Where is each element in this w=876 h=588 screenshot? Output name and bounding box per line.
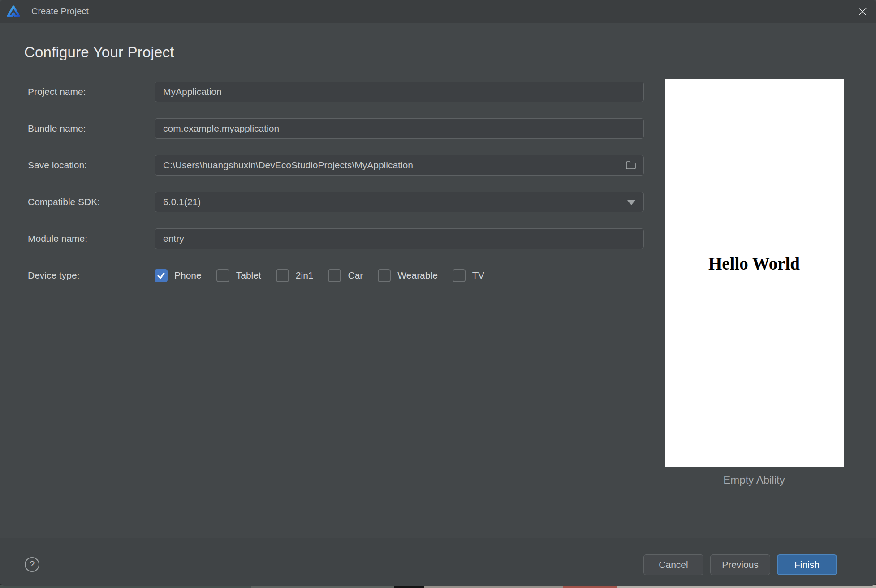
- folder-icon[interactable]: [625, 160, 637, 171]
- wearable-checkbox[interactable]: [378, 269, 391, 282]
- compatible-sdk-row: Compatible SDK: 6.0.1(21): [28, 192, 644, 212]
- compatible-sdk-value: 6.0.1(21): [163, 197, 201, 207]
- device-option-car[interactable]: Car: [328, 269, 363, 282]
- device-option-tablet[interactable]: Tablet: [216, 269, 261, 282]
- 2in1-checkbox[interactable]: [276, 269, 289, 282]
- project-name-label: Project name:: [28, 86, 155, 97]
- preview-hello-world-text: Hello World: [665, 253, 844, 274]
- device-type-row: Device type: Phone Tablet: [28, 265, 644, 286]
- module-name-input[interactable]: [155, 228, 644, 249]
- device-option-tv[interactable]: TV: [453, 269, 484, 282]
- project-form: Project name: Bundle name: Save location…: [28, 82, 644, 302]
- 2in1-label: 2in1: [296, 270, 314, 281]
- module-name-row: Module name:: [28, 228, 644, 249]
- save-location-label: Save location:: [28, 160, 155, 171]
- save-location-input[interactable]: [155, 155, 644, 176]
- template-preview: Hello World: [665, 79, 844, 467]
- create-project-dialog: Create Project Configure Your Project Pr…: [0, 0, 876, 586]
- device-option-wearable[interactable]: Wearable: [378, 269, 438, 282]
- module-name-label: Module name:: [28, 233, 155, 244]
- template-caption: Empty Ability: [665, 474, 844, 486]
- tablet-label: Tablet: [236, 270, 261, 281]
- device-option-phone[interactable]: Phone: [155, 269, 202, 282]
- chevron-down-icon: [627, 200, 635, 205]
- bundle-name-input[interactable]: [155, 118, 644, 139]
- bundle-name-row: Bundle name:: [28, 118, 644, 139]
- deveco-studio-logo-icon: [6, 4, 21, 19]
- window-title: Create Project: [31, 6, 89, 17]
- device-type-label: Device type:: [28, 270, 155, 281]
- project-name-input[interactable]: [155, 82, 644, 102]
- compatible-sdk-label: Compatible SDK:: [28, 197, 155, 207]
- device-option-2in1[interactable]: 2in1: [276, 269, 314, 282]
- car-checkbox[interactable]: [328, 269, 341, 282]
- tablet-checkbox[interactable]: [216, 269, 229, 282]
- phone-checkbox[interactable]: [155, 269, 168, 282]
- bundle-name-label: Bundle name:: [28, 123, 155, 134]
- phone-label: Phone: [174, 270, 202, 281]
- dialog-footer: ? Cancel Previous Finish: [0, 538, 876, 586]
- tv-label: TV: [472, 270, 484, 281]
- wearable-label: Wearable: [397, 270, 438, 281]
- title-bar: Create Project: [0, 0, 876, 23]
- footer-buttons: Cancel Previous Finish: [643, 554, 837, 575]
- device-type-options: Phone Tablet 2in1: [155, 269, 499, 282]
- save-location-row: Save location:: [28, 155, 644, 176]
- previous-button[interactable]: Previous: [710, 554, 770, 575]
- cancel-button[interactable]: Cancel: [643, 554, 703, 575]
- car-label: Car: [348, 270, 363, 281]
- compatible-sdk-select[interactable]: 6.0.1(21): [155, 192, 644, 212]
- page-title: Configure Your Project: [24, 44, 174, 61]
- help-icon[interactable]: ?: [25, 557, 39, 572]
- project-name-row: Project name:: [28, 82, 644, 102]
- tv-checkbox[interactable]: [453, 269, 466, 282]
- close-icon[interactable]: [855, 4, 870, 19]
- finish-button[interactable]: Finish: [777, 554, 837, 575]
